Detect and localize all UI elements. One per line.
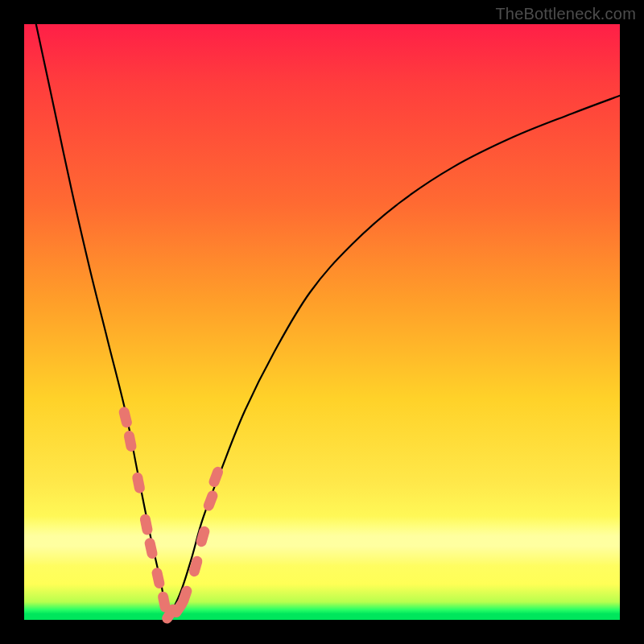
marker-pill: [188, 555, 204, 578]
marker-pill: [202, 489, 219, 513]
marker-pill: [123, 430, 138, 452]
curve-path: [36, 24, 620, 614]
highlighted-points: [118, 406, 225, 625]
marker-pill: [139, 514, 154, 536]
watermark-text: TheBottleneck.com: [495, 5, 636, 23]
plot-area: [24, 24, 620, 620]
marker-pill: [131, 472, 146, 494]
curve-layer: [24, 24, 620, 620]
marker-pill: [143, 537, 158, 559]
chart-stage: TheBottleneck.com: [0, 0, 644, 644]
marker-pill: [118, 406, 133, 428]
bottleneck-curve: [36, 24, 620, 614]
marker-pill: [151, 567, 165, 589]
